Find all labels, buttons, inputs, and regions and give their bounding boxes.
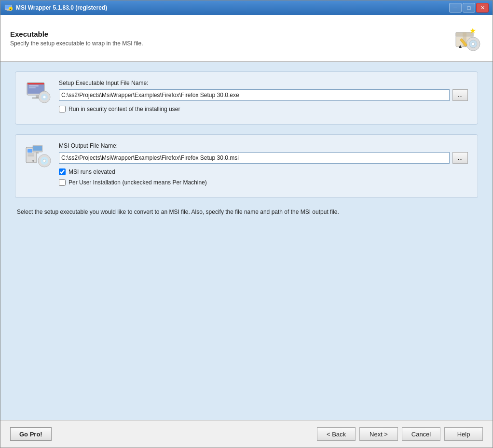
next-button[interactable]: Next > [359, 427, 398, 441]
app-icon: ★ [4, 3, 13, 12]
msi-field-label: MSI Output File Name: [59, 142, 468, 149]
content-area: Setup Executable Input File Name: ... Ru… [0, 62, 493, 420]
window-controls: ─ □ ✕ [449, 3, 489, 13]
maximize-button[interactable]: □ [463, 3, 475, 13]
svg-point-36 [43, 159, 46, 162]
svg-rect-3 [6, 11, 11, 11]
security-context-row: Run in security context of the installin… [59, 106, 468, 112]
msi-elevated-label[interactable]: MSI runs elevated [68, 168, 115, 175]
svg-text:★: ★ [469, 27, 476, 35]
per-user-checkbox[interactable] [59, 179, 66, 186]
exe-input-row: ... [59, 89, 468, 101]
page-title: Executable [10, 30, 143, 38]
gopro-button[interactable]: Go Pro! [10, 427, 52, 441]
security-context-checkbox[interactable] [59, 106, 66, 112]
info-text: Select the setup executable you would li… [15, 208, 478, 216]
svg-rect-32 [33, 146, 42, 151]
window-title: MSI Wrapper 5.1.83.0 (registered) [16, 4, 449, 11]
title-bar: ★ MSI Wrapper 5.1.83.0 (registered) ─ □ … [0, 0, 493, 15]
cancel-button[interactable]: Cancel [402, 427, 440, 441]
msi-icon [25, 142, 51, 168]
msi-elevated-checkbox[interactable] [59, 168, 66, 175]
exe-input[interactable] [59, 89, 450, 101]
exe-browse-button[interactable]: ... [452, 89, 468, 101]
footer-right: < Back Next > Cancel Help [317, 427, 483, 441]
msi-elevated-row: MSI runs elevated [59, 168, 468, 175]
svg-rect-28 [27, 154, 34, 154]
per-user-label[interactable]: Per User Installation (unckecked means P… [68, 179, 207, 186]
svg-rect-18 [27, 83, 44, 84]
footer: Go Pro! < Back Next > Cancel Help [0, 420, 493, 448]
header-text: Executable Specify the setup executable … [10, 30, 143, 47]
msi-section: MSI Output File Name: ... MSI runs eleva… [15, 134, 478, 198]
monitor-icon [25, 80, 51, 106]
svg-point-12 [472, 42, 475, 45]
header-section: Executable Specify the setup executable … [0, 15, 493, 62]
svg-point-30 [32, 160, 34, 162]
minimize-button[interactable]: ─ [449, 3, 462, 13]
main-window: ★ MSI Wrapper 5.1.83.0 (registered) ─ □ … [0, 0, 493, 448]
help-button[interactable]: Help [444, 427, 483, 441]
per-user-row: Per User Installation (unckecked means P… [59, 179, 468, 186]
svg-rect-33 [37, 152, 39, 154]
security-context-label[interactable]: Run in security context of the installin… [68, 106, 180, 112]
msi-content: MSI Output File Name: ... MSI runs eleva… [59, 142, 468, 190]
page-subtitle: Specify the setup executable to wrap in … [10, 40, 143, 47]
svg-rect-19 [29, 85, 39, 86]
exe-field-label: Setup Executable Input File Name: [59, 80, 468, 86]
svg-rect-20 [29, 87, 36, 88]
executable-section: Setup Executable Input File Name: ... Ru… [15, 71, 478, 125]
svg-rect-29 [27, 155, 34, 156]
msi-input[interactable] [59, 152, 450, 164]
svg-point-25 [43, 96, 46, 98]
msi-browse-button[interactable]: ... [452, 152, 468, 164]
svg-rect-27 [27, 149, 32, 153]
executable-content: Setup Executable Input File Name: ... Ru… [59, 80, 468, 116]
header-icon: ★ [452, 23, 483, 54]
close-button[interactable]: ✕ [476, 3, 489, 13]
footer-left: Go Pro! [10, 427, 52, 441]
msi-input-row: ... [59, 152, 468, 164]
back-button[interactable]: < Back [317, 427, 356, 441]
